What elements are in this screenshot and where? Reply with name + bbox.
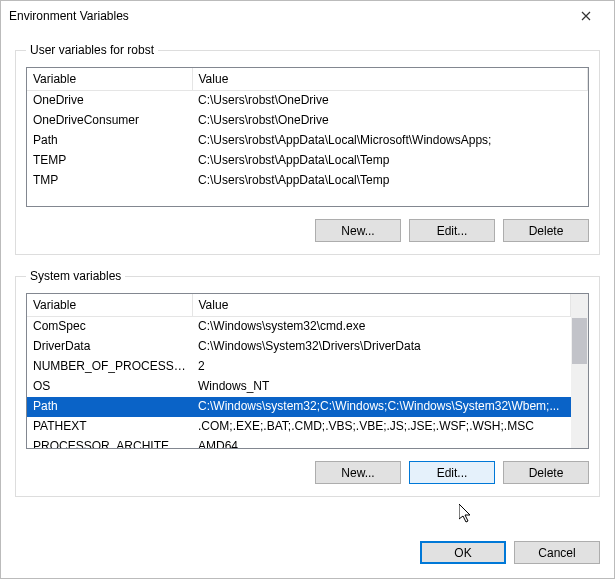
column-header-variable[interactable]: Variable (27, 68, 192, 90)
close-icon (581, 11, 591, 21)
table-header-row: Variable Value (27, 294, 571, 316)
cell-value: C:\Users\robst\AppData\Local\Microsoft\W… (192, 131, 588, 151)
table-row[interactable]: PathC:\Windows\system32;C:\Windows;C:\Wi… (27, 397, 571, 417)
system-variables-legend: System variables (26, 269, 125, 283)
cell-value: .COM;.EXE;.BAT;.CMD;.VBS;.VBE;.JS;.JSE;.… (192, 417, 571, 437)
system-variables-table[interactable]: Variable Value ComSpecC:\Windows\system3… (27, 294, 571, 449)
table-row[interactable]: PATHEXT.COM;.EXE;.BAT;.CMD;.VBS;.VBE;.JS… (27, 417, 571, 437)
cell-variable: OneDriveConsumer (27, 111, 192, 131)
table-header-row: Variable Value (27, 68, 588, 90)
cell-value: Windows_NT (192, 377, 571, 397)
cell-variable: Path (27, 397, 192, 417)
column-header-value[interactable]: Value (192, 68, 588, 90)
table-row[interactable]: ComSpecC:\Windows\system32\cmd.exe (27, 316, 571, 337)
column-header-value[interactable]: Value (192, 294, 571, 316)
cell-variable: NUMBER_OF_PROCESSORS (27, 357, 192, 377)
user-delete-button[interactable]: Delete (503, 219, 589, 242)
table-row[interactable]: DriverDataC:\Windows\System32\Drivers\Dr… (27, 337, 571, 357)
table-row[interactable]: PROCESSOR_ARCHITECTUREAMD64 (27, 437, 571, 450)
scrollbar-thumb[interactable] (572, 318, 587, 364)
system-edit-button[interactable]: Edit... (409, 461, 495, 484)
cell-variable: TMP (27, 171, 192, 191)
user-variables-group: User variables for robst Variable Value … (15, 43, 600, 255)
system-variables-table-wrap: Variable Value ComSpecC:\Windows\system3… (26, 293, 589, 449)
table-row[interactable]: OneDriveConsumerC:\Users\robst\OneDrive (27, 111, 588, 131)
cell-variable: Path (27, 131, 192, 151)
system-delete-button[interactable]: Delete (503, 461, 589, 484)
user-variables-buttons: New... Edit... Delete (26, 207, 589, 244)
cell-variable: OneDrive (27, 90, 192, 111)
cell-value: C:\Windows\system32;C:\Windows;C:\Window… (192, 397, 571, 417)
cell-value: C:\Users\robst\OneDrive (192, 90, 588, 111)
cell-variable: TEMP (27, 151, 192, 171)
table-row[interactable]: PathC:\Users\robst\AppData\Local\Microso… (27, 131, 588, 151)
system-variables-buttons: New... Edit... Delete (26, 449, 589, 486)
user-variables-table-wrap: Variable Value OneDriveC:\Users\robst\On… (26, 67, 589, 207)
user-variables-table[interactable]: Variable Value OneDriveC:\Users\robst\On… (27, 68, 588, 191)
cancel-button[interactable]: Cancel (514, 541, 600, 564)
window-title: Environment Variables (9, 9, 566, 23)
table-row[interactable]: OSWindows_NT (27, 377, 571, 397)
cell-value: C:\Windows\system32\cmd.exe (192, 316, 571, 337)
cell-variable: DriverData (27, 337, 192, 357)
environment-variables-dialog: Environment Variables User variables for… (0, 0, 615, 579)
scrollbar-vertical[interactable] (571, 294, 588, 448)
cell-value: C:\Users\robst\OneDrive (192, 111, 588, 131)
cell-value: C:\Users\robst\AppData\Local\Temp (192, 171, 588, 191)
table-row[interactable]: TEMPC:\Users\robst\AppData\Local\Temp (27, 151, 588, 171)
cell-value: AMD64 (192, 437, 571, 450)
user-new-button[interactable]: New... (315, 219, 401, 242)
table-row[interactable]: OneDriveC:\Users\robst\OneDrive (27, 90, 588, 111)
cell-variable: OS (27, 377, 192, 397)
dialog-content: User variables for robst Variable Value … (1, 31, 614, 533)
user-variables-legend: User variables for robst (26, 43, 158, 57)
system-new-button[interactable]: New... (315, 461, 401, 484)
table-row[interactable]: NUMBER_OF_PROCESSORS2 (27, 357, 571, 377)
cell-variable: PATHEXT (27, 417, 192, 437)
cell-value: C:\Windows\System32\Drivers\DriverData (192, 337, 571, 357)
cell-value: 2 (192, 357, 571, 377)
cell-value: C:\Users\robst\AppData\Local\Temp (192, 151, 588, 171)
cell-variable: PROCESSOR_ARCHITECTURE (27, 437, 192, 450)
column-header-variable[interactable]: Variable (27, 294, 192, 316)
system-variables-group: System variables Variable Value ComSpecC… (15, 269, 600, 497)
ok-button[interactable]: OK (420, 541, 506, 564)
dialog-footer: OK Cancel (1, 533, 614, 578)
table-row[interactable]: TMPC:\Users\robst\AppData\Local\Temp (27, 171, 588, 191)
cell-variable: ComSpec (27, 316, 192, 337)
close-button[interactable] (566, 2, 606, 30)
user-edit-button[interactable]: Edit... (409, 219, 495, 242)
titlebar: Environment Variables (1, 1, 614, 31)
